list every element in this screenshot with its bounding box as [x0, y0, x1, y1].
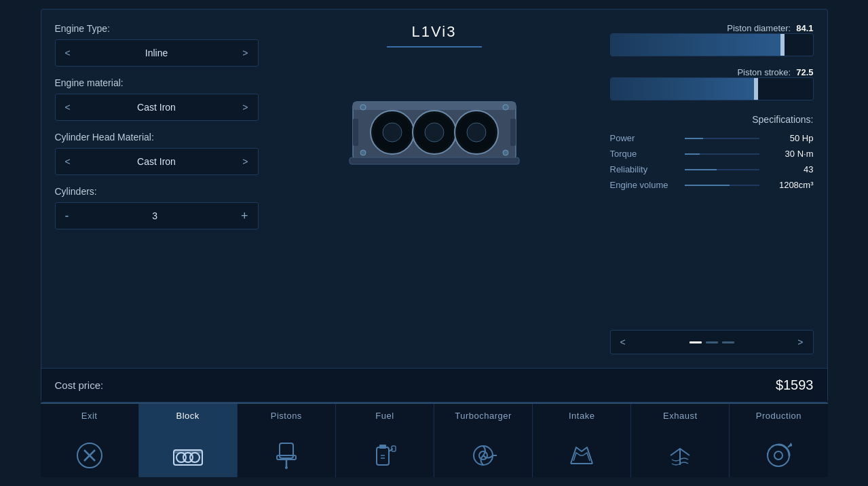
engine-visual — [346, 81, 523, 170]
exit-icon — [76, 442, 103, 469]
engine-svg — [346, 81, 523, 170]
svg-point-29 — [285, 466, 288, 469]
cost-value: $1593 — [776, 377, 814, 393]
nav-item-turbocharger[interactable]: Turbocharger — [434, 404, 533, 477]
title-underline — [387, 46, 482, 48]
nav-exit-label: Exit — [81, 411, 98, 421]
engine-name: L1Vi3 — [412, 23, 457, 41]
nav-item-exit[interactable]: Exit — [41, 404, 139, 477]
turbo-icon — [470, 442, 497, 469]
exhaust-icon — [666, 442, 694, 469]
svg-point-14 — [503, 150, 508, 155]
cylinders-value: 3 — [79, 210, 231, 221]
specs-title: Specifications: — [610, 114, 814, 125]
svg-point-13 — [360, 150, 366, 155]
piston-diameter-info: Piston diameter: 84.1 — [610, 23, 814, 33]
piston-diameter-value: 84.1 — [796, 23, 813, 33]
svg-point-42 — [774, 451, 782, 460]
intake-icon — [568, 442, 595, 469]
piston-stroke-fill — [611, 78, 757, 100]
spec-power: Power 50 Hp — [610, 133, 814, 143]
nav-item-pistons[interactable]: Pistons — [238, 404, 336, 477]
engine-type-selector: < Inline > — [55, 39, 259, 67]
cylinder-head-material-label: Cylinder Head Material: — [55, 132, 259, 143]
nav-item-production[interactable]: Production — [730, 404, 827, 477]
spec-torque: Torque 30 N·m — [610, 149, 814, 159]
cylinder-head-material-selector: < Cast Iron > — [55, 148, 259, 175]
right-panel: Piston diameter: 84.1 Piston stroke: 72.… — [610, 23, 814, 354]
svg-rect-31 — [379, 445, 386, 449]
nav-production-label: Production — [756, 411, 801, 421]
nav-intake-label: Intake — [569, 411, 595, 421]
nav-turbo-label: Turbocharger — [455, 411, 512, 421]
nav-next-button[interactable]: > — [788, 331, 812, 354]
svg-rect-30 — [377, 447, 389, 465]
piston-diameter-label: Piston diameter: — [727, 23, 791, 33]
engine-material-value: Cast Iron — [80, 102, 233, 113]
piston-diameter-thumb — [780, 34, 785, 56]
svg-point-7 — [425, 123, 444, 142]
fuel-icon — [373, 442, 397, 469]
nav-block-label: Block — [176, 411, 200, 421]
nav-dots — [635, 341, 789, 343]
piston-stroke-value: 72.5 — [796, 67, 813, 77]
svg-rect-17 — [350, 157, 519, 164]
cylinder-head-material-value: Cast Iron — [80, 156, 233, 167]
piston-diameter-fill — [611, 34, 782, 56]
piston-stroke-info: Piston stroke: 72.5 — [610, 67, 814, 77]
svg-point-10 — [467, 123, 486, 142]
svg-rect-16 — [510, 119, 516, 146]
left-panel: Engine Type: < Inline > Engine material:… — [55, 23, 259, 354]
piston-diameter-slider[interactable] — [610, 33, 814, 56]
piston-stroke-label: Piston stroke: — [737, 67, 791, 77]
block-icon — [172, 446, 204, 469]
svg-point-4 — [383, 123, 402, 142]
cylinders-label: Cylinders: — [55, 186, 259, 197]
nav-item-block[interactable]: Block — [139, 404, 238, 477]
piston-stroke-slider[interactable] — [610, 77, 814, 100]
nav-prev-button[interactable]: < — [611, 331, 635, 354]
cylinders-selector: - 3 + — [55, 202, 259, 229]
nav-item-fuel[interactable]: Fuel — [336, 404, 434, 477]
spec-reliability: Reliability 43 — [610, 164, 814, 174]
cylinders-plus-button[interactable]: + — [231, 203, 258, 229]
center-panel: L1Vi3 — [272, 23, 597, 354]
bottom-nav: Exit Block Pistons — [41, 403, 828, 477]
svg-rect-1 — [353, 102, 516, 110]
cost-label: Cost price: — [55, 379, 104, 391]
nav-pistons-label: Pistons — [271, 411, 302, 421]
nav-dot-1 — [690, 341, 702, 343]
engine-type-label: Engine Type: — [55, 23, 259, 34]
svg-point-12 — [503, 105, 508, 110]
nav-fuel-label: Fuel — [375, 411, 394, 421]
cylinder-head-next-button[interactable]: > — [233, 149, 257, 174]
svg-point-24 — [190, 453, 200, 462]
cylinder-head-prev-button[interactable]: < — [56, 149, 80, 174]
engine-material-label: Engine material: — [55, 77, 259, 88]
engine-material-selector: < Cast Iron > — [55, 94, 259, 121]
engine-material-prev-button[interactable]: < — [56, 94, 80, 120]
specifications-section: Specifications: Power 50 Hp Torque 30 N·… — [610, 114, 814, 195]
nav-exhaust-label: Exhaust — [663, 411, 697, 421]
cost-price-bar: Cost price: $1593 — [41, 368, 827, 402]
svg-rect-25 — [174, 450, 202, 453]
engine-type-prev-button[interactable]: < — [56, 40, 80, 66]
engine-material-next-button[interactable]: > — [233, 94, 257, 120]
engine-type-next-button[interactable]: > — [233, 40, 257, 66]
nav-dot-2 — [706, 341, 718, 343]
cylinders-minus-button[interactable]: - — [56, 203, 79, 229]
nav-item-exhaust[interactable]: Exhaust — [631, 404, 730, 477]
svg-rect-15 — [353, 119, 358, 146]
nav-pagination: < > — [610, 330, 814, 354]
spec-engine-volume: Engine volume 1208cm³ — [610, 180, 814, 190]
pistons-icon — [274, 442, 299, 469]
engine-type-value: Inline — [80, 48, 233, 58]
production-icon — [765, 442, 792, 469]
nav-dot-3 — [722, 341, 734, 343]
piston-stroke-thumb — [754, 78, 758, 100]
svg-point-11 — [360, 105, 366, 110]
nav-item-intake[interactable]: Intake — [533, 404, 631, 477]
